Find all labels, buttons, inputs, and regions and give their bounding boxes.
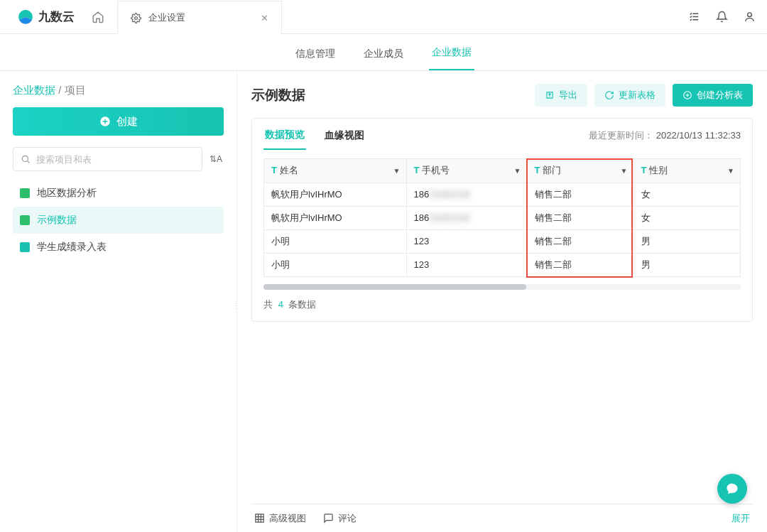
sidebar-item-region[interactable]: 地区数据分析: [13, 180, 224, 207]
search-box[interactable]: [13, 147, 202, 171]
table-header-row: T姓名▼ T手机号▼ T部门▼ T性别▼: [264, 159, 740, 183]
chevron-down-icon[interactable]: ▼: [727, 167, 734, 175]
cell-dept: 销售二部: [527, 206, 633, 229]
svg-point-3: [22, 156, 28, 161]
advanced-view-button[interactable]: 高级视图: [254, 512, 306, 525]
search-input[interactable]: [36, 154, 195, 165]
create-button[interactable]: 创建: [13, 107, 224, 136]
cell-phone: 123: [406, 253, 527, 276]
home-icon[interactable]: [92, 11, 104, 23]
sub-nav-members[interactable]: 企业成员: [361, 48, 406, 70]
page-title: 示例数据: [251, 86, 305, 104]
svg-rect-5: [256, 514, 263, 522]
scrollbar-thumb[interactable]: [263, 284, 526, 290]
cell-name: 小明: [264, 229, 406, 253]
logo: 九数云: [17, 9, 75, 26]
cell-dept: 销售二部: [527, 183, 633, 206]
bell-icon[interactable]: [716, 11, 728, 23]
cell-phone: 18633461536: [406, 183, 527, 206]
expand-button[interactable]: 展开: [731, 512, 750, 525]
cell-gender: 男: [633, 229, 740, 253]
table-row[interactable]: 帆软用户lvIHrMO18633461536销售二部女: [264, 183, 740, 206]
search-row: ⇅A: [13, 147, 224, 171]
task-list-icon[interactable]: [688, 11, 700, 23]
top-right-actions: [688, 11, 756, 23]
data-table: T姓名▼ T手机号▼ T部门▼ T性别▼ 帆软用户lvIHrMO18633461…: [263, 158, 741, 277]
cell-dept: 销售二部: [527, 229, 633, 253]
chat-fab[interactable]: [717, 474, 747, 504]
breadcrumb-sep: /: [55, 84, 65, 96]
close-icon[interactable]: ✕: [261, 13, 268, 23]
horizontal-scrollbar[interactable]: [263, 284, 741, 290]
create-report-button[interactable]: 创建分析表: [673, 84, 753, 107]
chat-icon: [725, 482, 739, 496]
main: 企业数据 / 项目 创建 ⇅A 地区数据分析 示例数据 学生成绩录: [0, 71, 767, 532]
sidebar: 企业数据 / 项目 创建 ⇅A 地区数据分析 示例数据 学生成绩录: [0, 71, 237, 532]
top-tab-enterprise-settings[interactable]: 企业设置 ✕: [117, 1, 282, 34]
export-button[interactable]: 导出: [535, 84, 587, 107]
top-tab-label: 企业设置: [148, 11, 185, 24]
column-header-gender[interactable]: T性别▼: [633, 159, 740, 183]
content-header: 示例数据 导出 更新表格 创建分析表: [251, 84, 753, 107]
refresh-label: 更新表格: [619, 89, 656, 102]
column-header-dept[interactable]: T部门▼: [527, 159, 633, 183]
sub-nav-info[interactable]: 信息管理: [293, 48, 338, 70]
plus-icon: [99, 116, 111, 127]
sub-nav: 信息管理 企业成员 企业数据: [0, 34, 767, 71]
table-row[interactable]: 小明123销售二部男: [264, 229, 740, 253]
table-row[interactable]: 帆软用户lvIHrMO18603461500销售二部女: [264, 206, 740, 229]
breadcrumb-leaf: 项目: [65, 84, 86, 96]
action-buttons: 导出 更新表格 创建分析表: [535, 84, 753, 107]
top-header: 九数云 企业设置 ✕: [0, 0, 767, 34]
cell-gender: 男: [633, 253, 740, 276]
refresh-icon: [604, 90, 614, 100]
cell-gender: 女: [633, 183, 740, 206]
export-label: 导出: [559, 89, 577, 102]
sidebar-item-sample[interactable]: 示例数据: [13, 207, 224, 234]
export-icon: [545, 90, 555, 100]
sidebar-item-student[interactable]: 学生成绩录入表: [13, 234, 224, 261]
table-icon: [20, 188, 30, 198]
update-label: 最近更新时间：: [589, 130, 653, 141]
grid-icon: [254, 513, 265, 523]
chevron-down-icon[interactable]: ▼: [514, 167, 521, 175]
table-icon: [20, 215, 30, 225]
column-header-phone[interactable]: T手机号▼: [406, 159, 527, 183]
chevron-down-icon[interactable]: ▼: [393, 167, 401, 175]
plus-circle-icon: [682, 90, 692, 100]
cell-phone: 123: [406, 229, 527, 253]
sidebar-item-label: 地区数据分析: [37, 187, 97, 200]
summary: 共 4 条数据: [263, 298, 741, 311]
refresh-button[interactable]: 更新表格: [594, 84, 665, 107]
cell-dept: 销售二部: [527, 253, 633, 276]
breadcrumb: 企业数据 / 项目: [13, 84, 224, 97]
brand-text: 九数云: [38, 9, 75, 25]
sort-icon[interactable]: ⇅A: [208, 154, 224, 164]
content: 示例数据 导出 更新表格 创建分析表 数据预览 血缘视图: [237, 71, 767, 532]
cell-phone: 18603461500: [406, 206, 527, 229]
user-icon[interactable]: [744, 11, 756, 23]
create-report-label: 创建分析表: [697, 89, 743, 102]
form-icon: [20, 242, 30, 252]
comment-button[interactable]: 评论: [323, 512, 357, 525]
table-row[interactable]: 小明123销售二部男: [264, 253, 740, 276]
svg-point-0: [135, 16, 138, 19]
svg-point-1: [748, 13, 752, 17]
panel-tab-lineage[interactable]: 血缘视图: [323, 129, 366, 149]
sidebar-list: 地区数据分析 示例数据 学生成绩录入表: [13, 180, 224, 261]
update-meta: 最近更新时间： 2022/10/13 11:32:33: [589, 129, 741, 149]
panel-tab-preview[interactable]: 数据预览: [263, 129, 306, 150]
update-time: 2022/10/13 11:32:33: [656, 130, 741, 141]
chevron-down-icon[interactable]: ▼: [621, 167, 628, 175]
data-panel: 数据预览 血缘视图 最近更新时间： 2022/10/13 11:32:33 T姓…: [251, 118, 753, 322]
gear-icon: [131, 13, 141, 23]
sub-nav-data[interactable]: 企业数据: [429, 46, 474, 70]
cell-name: 帆软用户lvIHrMO: [264, 206, 406, 229]
breadcrumb-root[interactable]: 企业数据: [13, 84, 55, 96]
search-icon: [21, 154, 31, 164]
panel-tabs: 数据预览 血缘视图 最近更新时间： 2022/10/13 11:32:33: [263, 129, 741, 150]
column-header-name[interactable]: T姓名▼: [264, 159, 406, 183]
cell-name: 帆软用户lvIHrMO: [264, 183, 406, 206]
logo-icon: [17, 9, 34, 26]
cell-gender: 女: [633, 206, 740, 229]
